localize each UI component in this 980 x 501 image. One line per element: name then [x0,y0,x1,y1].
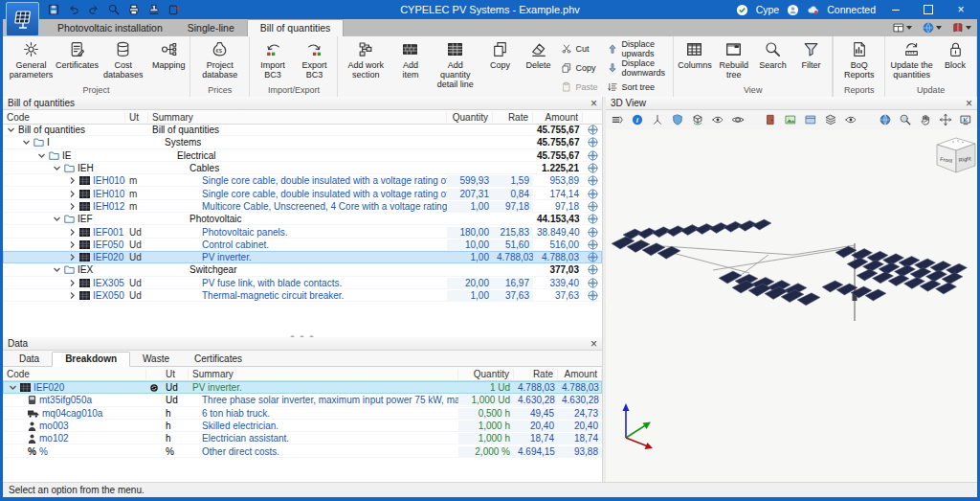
boq-row-ieh012[interactable]: IEH012mMulticore Cable, Unscreened, 4 Co… [3,200,602,213]
ribbon-delete-button[interactable]: Delete [519,37,557,70]
target-plus-icon[interactable] [583,290,602,301]
fitscr-icon[interactable] [959,113,972,126]
account-icon[interactable] [787,4,799,16]
col-amount[interactable]: Amount [558,369,602,379]
maximize-button[interactable] [916,1,941,18]
view3d-canvas[interactable]: Front Right [606,129,977,482]
cype-logo-icon[interactable] [736,4,748,16]
boq-close-icon[interactable]: × [590,99,597,108]
col-quantity[interactable]: Quantity [458,369,514,379]
tab-single-line[interactable]: Single-line [175,19,247,36]
boq-row-ieh010cc[interactable]: IEH010ccmSingle core cable, double insul… [3,174,602,187]
globe-icon[interactable] [922,21,942,34]
panelw-icon[interactable] [804,113,817,126]
target-plus-icon[interactable] [583,239,602,250]
chevron-right-icon[interactable] [68,190,77,198]
boq-row-bill-of-quantities[interactable]: Bill of quantitiesBill of quantities45.7… [3,124,602,136]
chevron-down-icon[interactable] [7,125,15,134]
breakdown-row-mt35ifg050a[interactable]: mt35ifg050aUdThree phase solar inverter,… [3,394,602,406]
chevron-right-icon[interactable] [68,176,77,185]
cuberot-icon[interactable] [691,113,704,126]
data-tab-waste[interactable]: Waste [130,353,182,366]
ribbon-export-bc3-button[interactable]: Export BC3 [294,37,336,80]
sphererot-icon[interactable] [879,113,892,126]
orbit-icon[interactable] [731,113,745,126]
boq-row-iex305[interactable]: IEX305UdPV fuse link, with blade contact… [3,277,602,289]
col-summary[interactable]: Summary [189,369,458,379]
target-plus-icon[interactable] [583,150,602,161]
chevron-right-icon[interactable] [68,202,77,211]
tab-bill-of-quantities[interactable]: Bill of quantities [247,19,345,36]
ribbon-search-button[interactable]: Search [753,37,791,70]
ribbon-copy-button[interactable]: Copy [480,37,519,70]
col-summary[interactable]: Summary [148,112,447,123]
ribbon-cut-button[interactable]: Cut [559,39,599,58]
ribbon-cost-databases-button[interactable]: Cost databases [97,37,149,80]
target-plus-icon[interactable] [583,264,602,275]
shield-icon[interactable] [671,113,684,126]
boq-row-i[interactable]: ISystems45.755,67 [3,136,602,148]
hand-icon[interactable] [919,113,932,126]
breakdown-row-mq04cag010a[interactable]: mq04cag010ah6 ton hiab truck.0,500 h49,4… [3,407,602,420]
chevron-right-icon[interactable] [68,279,77,287]
ribbon-block-button[interactable]: Block [936,37,974,70]
close-button[interactable]: × [948,1,973,18]
col-code[interactable]: Code [3,369,146,379]
info-icon[interactable]: i [631,113,644,126]
ribbon-import-bc3-button[interactable]: Import BC3 [252,37,293,80]
target-plus-icon[interactable] [583,214,602,224]
winlay-icon[interactable] [892,21,912,34]
stack3-icon[interactable] [824,113,837,126]
view3d-close-icon[interactable]: × [966,99,972,108]
target-plus-icon[interactable] [583,252,602,262]
eyearrow-icon[interactable] [711,113,724,126]
chevron-down-icon[interactable] [9,383,17,392]
col-ut[interactable]: Ut [125,112,148,123]
chevron-right-icon[interactable] [68,240,77,249]
ribbon-add-quantity-detail-line-button[interactable]: Add quantity detail line [430,37,480,89]
chevron-down-icon[interactable] [22,138,31,147]
breakdown-row-mo102[interactable]: mo102hElectrician assistant.1,000 h18,74… [3,432,602,444]
ribbon-boq-reports-button[interactable]: BoQ Reports [835,37,882,80]
save-icon[interactable] [47,3,60,16]
tab-photovoltaic-installation[interactable]: Photovoltaic installation [45,19,175,36]
chevron-down-icon[interactable] [53,164,61,172]
chevron-down-icon[interactable] [53,215,61,223]
ribbon-general-parameters-button[interactable]: General parameters [5,37,57,80]
recycle-icon[interactable] [146,383,162,393]
chevron-right-icon[interactable] [68,291,77,300]
ribbon-displace-upwards-button[interactable]: Displace upwards [605,39,669,58]
col-code[interactable]: Code [3,112,125,123]
layers-icon[interactable] [611,113,624,126]
chevron-right-icon[interactable] [68,253,77,262]
target-plus-icon[interactable] [583,137,602,148]
data-close-icon[interactable]: × [590,339,597,349]
data-tab-certificates[interactable]: Certificates [182,353,255,366]
chevron-down-icon[interactable] [53,265,61,274]
ribbon-displace-downwards-button[interactable]: Displace downwards [605,58,669,78]
breakdown-row-mo003[interactable]: mo003hSkilled electrician.1,000 h20,4020… [3,420,602,432]
boq-row-ief001[interactable]: IEF001UdPhotovoltaic panels.180,00215,83… [3,225,602,238]
boq-row-ief050[interactable]: IEF050UdControl cabinet.10,0051,60516,00 [3,239,602,251]
ribbon-rebuild-tree-button[interactable]: Rebuild tree [714,37,754,80]
boq-row-ieh[interactable]: IEHCables1.225,21 [3,162,602,174]
target-plus-icon[interactable] [583,175,602,186]
boq-row-ief020[interactable]: IEF020UdPV inverter.1,004.788,034.788,03 [3,251,602,263]
zoomwin-icon[interactable] [899,113,912,126]
ribbon-copy-button[interactable]: Copy [559,58,599,78]
target-plus-icon[interactable] [583,201,602,212]
target-plus-icon[interactable] [583,227,602,238]
breakdown-row-[interactable]: %%%Other direct costs.2,000 %4.694,1593,… [3,444,602,457]
ribbon-project-database-button[interactable]: €$Project database [192,37,247,80]
ribbon-update-the-quantities-button[interactable]: Update the quantities [887,37,936,80]
exportw-icon[interactable] [167,3,181,16]
col-amount[interactable]: Amount [533,112,583,123]
ribbon-mapping-button[interactable]: Mapping [149,37,188,70]
minimize-button[interactable] [883,1,908,18]
chevron-right-icon[interactable] [68,228,77,237]
pic-icon[interactable] [784,113,797,126]
data-tab-data[interactable]: Data [7,353,52,366]
boq-row-iex050[interactable]: IEX050UdThermal-magnetic circuit breaker… [3,289,602,302]
col-ut[interactable]: Ut [162,369,189,379]
undo-icon[interactable] [67,3,80,16]
